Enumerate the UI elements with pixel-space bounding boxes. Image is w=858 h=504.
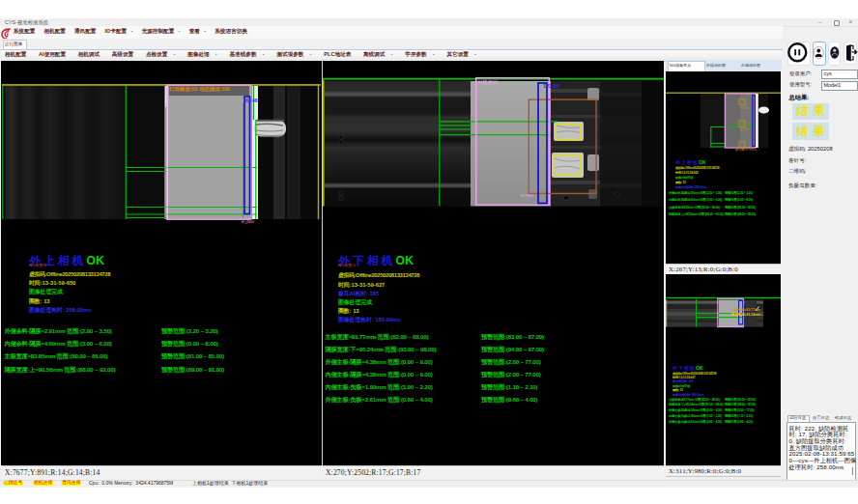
svg-text:13.46: 13.46 bbox=[740, 106, 749, 110]
svg-text:13.40: 13.40 bbox=[740, 127, 749, 131]
